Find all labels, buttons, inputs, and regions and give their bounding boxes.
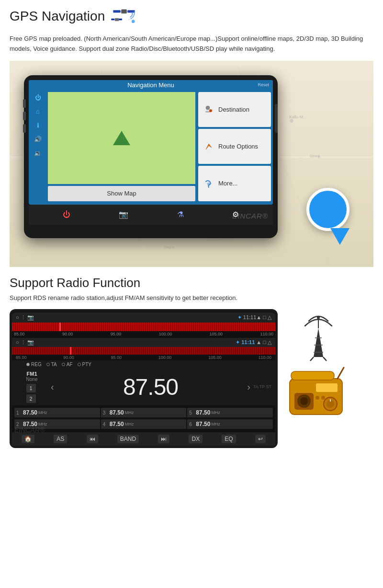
flask-icon[interactable]: ⚗ [177, 210, 184, 219]
preset-cell-6[interactable]: 6 87.50 MHz [187, 419, 273, 429]
power-toolbar-icon[interactable]: ⏻ [63, 210, 70, 219]
svg-point-44 [300, 397, 308, 405]
preset-grid: 1 87.50 MHz 3 87.50 MHz 5 87 [12, 405, 275, 432]
svg-rect-52 [291, 371, 334, 380]
camera-icon[interactable]: 📷 [119, 210, 128, 219]
reg-item: REG [26, 362, 42, 367]
preset-cell-5[interactable]: 5 87.50 MHz [187, 408, 273, 417]
svg-line-51 [338, 368, 344, 379]
gps-description: Free GPS map preloaded. (North American/… [10, 34, 373, 54]
card-slot [275, 104, 279, 133]
show-map-button[interactable]: Show Map [48, 186, 195, 201]
radio-device-icon [287, 367, 349, 419]
location-pin [306, 188, 349, 248]
svg-rect-5 [115, 18, 119, 21]
svg-point-49 [315, 396, 319, 400]
more-label: More... [218, 180, 237, 187]
freq-label-4: 105.00 [210, 332, 223, 336]
preset-num-3: 3 [103, 410, 108, 415]
more-icon [202, 177, 215, 190]
preset-btn-1[interactable]: 1 [26, 384, 36, 392]
home-icon[interactable]: ⌂ [36, 108, 40, 115]
radio-title: Support Radio Function [10, 276, 373, 290]
route-options-label: Route Options [218, 143, 258, 150]
preset-btn-2[interactable]: 2 [26, 394, 36, 403]
volume-down-icon[interactable]: 🔉 [34, 150, 42, 157]
preset-freq-1: 87.50 [23, 409, 37, 416]
radio-reg-row: REG TA AF PTY [12, 360, 275, 369]
info-icon[interactable]: ℹ [37, 122, 39, 129]
car-unit-screen: Navigation Menu Reset ⏻ ⌂ ℹ 🔊 🔉 [29, 80, 273, 205]
pty-dot [78, 363, 81, 366]
preset-freq-4: 87.50 [110, 421, 124, 427]
bt-icon-main: ✦ [236, 339, 240, 345]
radio-description: Support RDS rename radio station,adjust … [10, 293, 373, 303]
preset-cell-3[interactable]: 3 87.50 MHz [101, 408, 187, 417]
preset-cell-1[interactable]: 1 87.50 MHz [14, 408, 100, 417]
svg-rect-6 [112, 19, 115, 20]
next-btn[interactable]: ⏭ [158, 435, 169, 443]
preset-mhz-3: MHz [125, 410, 134, 415]
radio-partial-strip: ○ ⋮ 📷 ✦ 11:11▲ □ △ 85.00 90.00 95.00 [12, 311, 275, 338]
preset-freq-5: 87.50 [196, 409, 210, 416]
band-btn[interactable]: BAND [117, 435, 139, 443]
eq-btn[interactable]: EQ [222, 435, 236, 443]
time-top: 11:11 [243, 314, 257, 320]
preset-row-2: 2 87.50 MHz 4 87.50 MHz 6 87 [14, 419, 273, 429]
destination-label: Destination [218, 106, 249, 113]
watermark-1: EINCAR® [232, 212, 268, 220]
destination-icon [202, 103, 215, 116]
side-btn-3[interactable] [23, 124, 26, 133]
preset-mhz-6: MHz [211, 422, 220, 427]
freq-main-3: 100.00 [158, 355, 172, 360]
preset-freq-3: 87.50 [110, 409, 124, 416]
pty-item: PTY [78, 362, 91, 367]
radio-toolbar: 🏠 AS ⏮ BAND ⏭ DX EQ ↩ [12, 432, 275, 446]
ta-item: TA [46, 362, 57, 367]
side-btn-1[interactable] [23, 99, 26, 108]
freq-main-5: 110.00 [258, 355, 271, 360]
svg-marker-33 [314, 328, 323, 357]
svg-line-38 [323, 357, 327, 361]
arrow-right-icon[interactable]: › [244, 381, 253, 392]
home-toolbar-btn[interactable]: 🏠 [22, 435, 34, 443]
svg-point-30 [209, 109, 212, 112]
af-dot [62, 363, 65, 366]
back-btn[interactable]: ↩ [255, 435, 266, 443]
volume-up-icon[interactable]: 🔊 [34, 136, 42, 143]
radio-icons-col [287, 309, 349, 419]
screen-reset[interactable]: Reset [258, 82, 269, 87]
svg-line-37 [310, 357, 314, 361]
af-item: AF [62, 362, 73, 367]
bt-icon-top: ✦ [237, 314, 242, 320]
time-main: 11:11 [241, 339, 255, 345]
preset-cell-4[interactable]: 4 87.50 MHz [101, 419, 187, 429]
car-unit-side-buttons [23, 99, 27, 133]
more-button[interactable]: More... [198, 166, 271, 201]
destination-button[interactable]: Destination [198, 92, 271, 127]
pty-label: PTY [82, 362, 91, 367]
arrow-left-icon[interactable]: ‹ [48, 381, 57, 392]
prev-btn[interactable]: ⏮ [87, 435, 98, 443]
screen-content: ⏻ ⌂ ℹ 🔊 🔉 Show Map [29, 90, 273, 203]
radio-ui-area: ○ ⋮ 📷 ✦ 11:11▲ □ △ 85.00 90.00 95.00 [10, 309, 373, 448]
dx-btn[interactable]: DX [189, 435, 203, 443]
svg-rect-45 [316, 383, 338, 392]
power-icon[interactable]: ⏻ [35, 94, 41, 101]
as-btn[interactable]: AS [54, 435, 67, 443]
radio-left-info: FM1 None 1 2 [12, 371, 48, 403]
pin-circle [306, 188, 349, 231]
pin-stem [330, 228, 349, 245]
screen-sidebar: ⏻ ⌂ ℹ 🔊 🔉 [29, 90, 47, 203]
ta-tp-st-label: TA TP ST [253, 383, 275, 390]
screen-toolbar: ⏻ 📷 ⚗ ⚙ EINCAR® [29, 205, 273, 225]
antenna-tower-icon [294, 309, 342, 362]
route-options-button[interactable]: Route Options [198, 129, 271, 164]
map-arrow [113, 131, 130, 145]
svg-rect-2 [128, 10, 135, 12]
preset-freq-6: 87.50 [196, 421, 210, 427]
side-btn-2[interactable] [23, 112, 26, 120]
radio-freq-bar-main [12, 347, 275, 355]
screen-menu-panel: Destination Route Options [196, 90, 273, 203]
freq-main-1: 90.00 [63, 355, 74, 360]
